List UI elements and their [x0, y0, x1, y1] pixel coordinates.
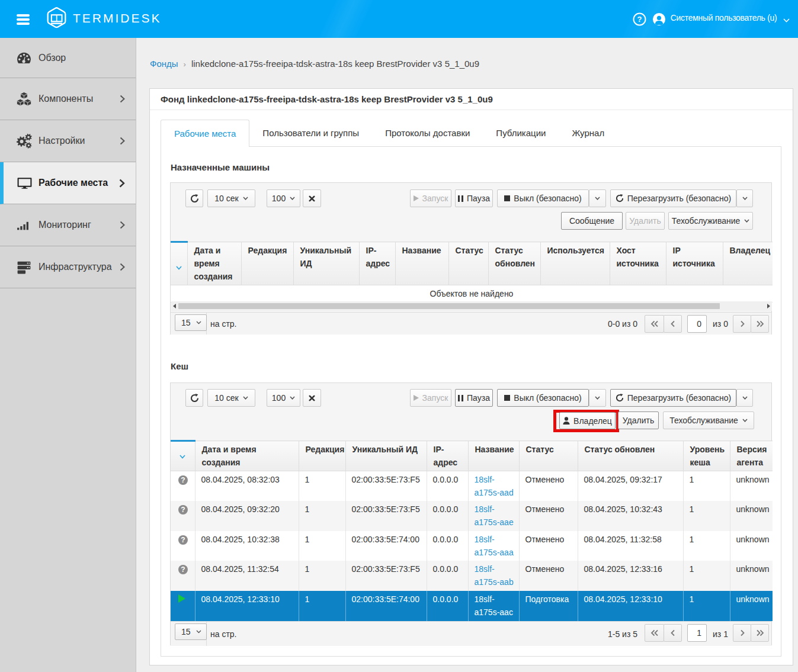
svg-text:?: ? [637, 15, 642, 24]
